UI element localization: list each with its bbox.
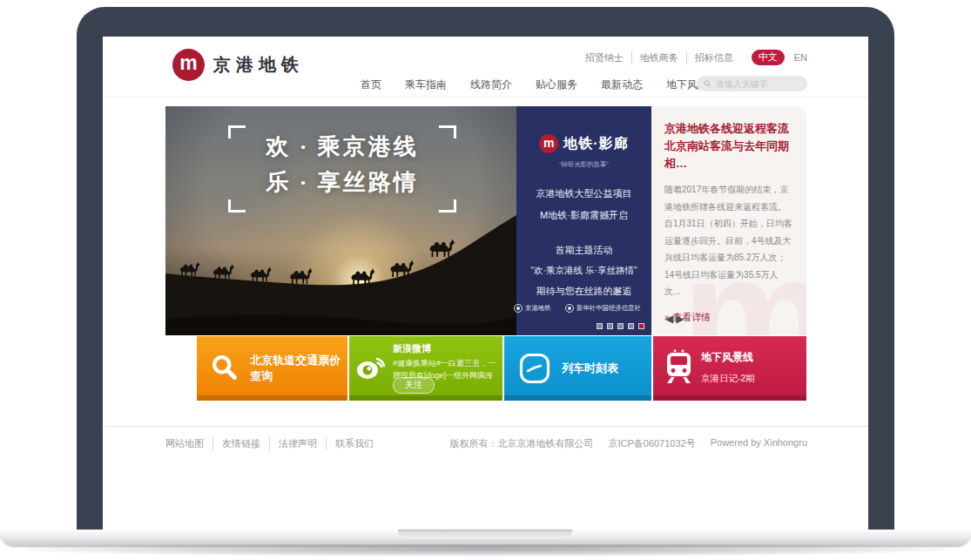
nav-ride-guide[interactable]: 乘车指南 (405, 78, 447, 92)
news-panel: m 京港地铁各线迎返程客流 北京南站客流与去年同期相… 随着2017年春节假期的… (651, 106, 806, 335)
news-nav-arrows: ◀▶ (665, 313, 686, 325)
metro-logo-icon: m (172, 49, 205, 81)
pager-dot[interactable] (597, 323, 603, 329)
footer-link-sitemap[interactable]: 网站地图 (165, 437, 212, 450)
gallery-line: 京港地铁大型公益项目 (516, 187, 651, 200)
nav-news[interactable]: 最新动态 (601, 78, 643, 92)
pager-dot[interactable] (617, 323, 624, 329)
fare-inquiry-tile[interactable]: 北京轨道交通票价查询 (197, 336, 347, 401)
footer-copyright: 版权所有：北京京港地铁有限公司 (449, 437, 593, 450)
sponsor-xinhua: 新华社中国经济信息社 (565, 302, 655, 314)
laptop-shadow (26, 544, 945, 557)
gallery-line: “欢·乘京港线 乐·享丝路情” (516, 265, 651, 277)
scenery-tile-title: 地下风景线 (701, 350, 755, 365)
footer-divider (103, 426, 868, 427)
site-footer: 网站地图 友情链接 法律声明 联系我们 版权所有：北京京港地铁有限公司 京ICP… (165, 437, 807, 450)
footer-link-friends[interactable]: 友情链接 (212, 437, 269, 450)
scenery-text-block: 地下风景线 京港日记-2期 (701, 350, 755, 385)
lang-toggle-en[interactable]: EN (794, 52, 807, 63)
footer-powered: Powered by Xinhongru (711, 437, 807, 450)
topbar-link-business[interactable]: 地铁商务 (631, 51, 686, 64)
fare-tile-label: 北京轨道交通票价查询 (250, 353, 347, 384)
footer-icp: 京ICP备06071032号 (608, 437, 695, 450)
nav-lines[interactable]: 线路简介 (470, 78, 512, 92)
footer-copyright-block: 版权所有：北京京港地铁有限公司 京ICP备06071032号 Powered b… (449, 437, 807, 450)
prev-arrow-icon[interactable]: ◀ (665, 313, 673, 325)
scenery-tile-subtitle: 京港日记-2期 (701, 373, 755, 385)
gallery-tagline: “聆听光影的故事” (529, 159, 639, 169)
pager-dot[interactable] (628, 323, 634, 329)
mtr-sponsor-icon (514, 304, 523, 313)
search-input[interactable] (716, 79, 800, 89)
clock-icon (519, 353, 550, 384)
sponsor-row: 京港地铁 新华社中国经济信息社 (516, 302, 651, 314)
metro-gallery-logo-icon: m (539, 134, 558, 153)
site-logo-text: 京港地铁 (213, 53, 304, 77)
hero-slide[interactable]: 欢 · 乘京港线 乐 · 享丝路情 (165, 106, 516, 335)
gallery-line: 期待与您在丝路的邂逅 (516, 285, 651, 298)
slide-pager (597, 323, 644, 329)
frame-corner (228, 199, 246, 213)
hero-caption-line2: 乐 · 享丝路情 (242, 165, 442, 200)
frame-corner (439, 125, 456, 138)
magnifier-icon (210, 351, 239, 386)
weibo-tile[interactable]: 新浪微博 #健康换乘站#一白遮三丑，一胖毁所有[doge]一组外网疯传的晨练动作… (349, 336, 502, 401)
search-box (697, 76, 807, 91)
footer-links: 网站地图 友情链接 法律声明 联系我们 (165, 437, 382, 450)
sponsor-mtr: 京港地铁 (514, 302, 556, 314)
lang-toggle-cn[interactable]: 中文 (752, 50, 785, 65)
gallery-line: 首期主题活动 (516, 244, 651, 257)
train-icon (663, 349, 696, 386)
pager-dot-active[interactable] (638, 323, 644, 329)
underground-scenery-tile[interactable]: 地下风景线 京港日记-2期 (653, 336, 806, 401)
search-icon[interactable] (704, 79, 711, 88)
laptop-mockup: m 京港地铁 招贤纳士 地铁商务 招标信息 中文 EN 首页 乘车指南 线路简介… (0, 0, 971, 560)
xinhua-sponsor-icon (565, 304, 574, 313)
nav-home[interactable]: 首页 (361, 78, 381, 92)
site-header: m 京港地铁 招贤纳士 地铁商务 招标信息 中文 EN 首页 乘车指南 线路简介… (103, 37, 868, 98)
footer-link-contact[interactable]: 联系我们 (326, 437, 382, 450)
news-body: 随着2017年春节假期的结束，京港地铁所辖各线迎来返程客流。自1月31日（初四）… (664, 181, 793, 300)
weibo-icon (354, 352, 389, 381)
hero-caption-line1: 欢 · 乘京港线 (242, 129, 442, 165)
banner: 欢 · 乘京港线 乐 · 享丝路情 m 地铁·影廊 “聆听光影的故事” 京港地铁… (165, 106, 806, 335)
nav-services[interactable]: 贴心服务 (536, 78, 577, 92)
weibo-title: 新浪微博 (393, 342, 498, 355)
laptop-bezel: m 京港地铁 招贤纳士 地铁商务 招标信息 中文 EN 首页 乘车指南 线路简介… (77, 7, 894, 531)
site-logo[interactable]: m 京港地铁 (172, 49, 304, 81)
laptop-base-notch (398, 530, 572, 539)
footer-link-legal[interactable]: 法律声明 (269, 437, 326, 450)
timetable-tile-label: 列车时刻表 (562, 361, 618, 376)
topbar-link-bidding[interactable]: 招标信息 (686, 51, 741, 64)
topbar: 招贤纳士 地铁商务 招标信息 中文 EN (577, 50, 807, 65)
next-arrow-icon[interactable]: ▶ (676, 313, 684, 325)
frame-corner (228, 125, 246, 138)
timetable-tile[interactable]: 列车时刻表 (504, 336, 651, 401)
gallery-panel[interactable]: m 地铁·影廊 “聆听光影的故事” 京港地铁大型公益项目 M地铁·影廊震撼开启 … (516, 106, 651, 335)
weibo-follow-button[interactable]: 关注 (393, 377, 435, 394)
quick-link-tiles: 北京轨道交通票价查询 新浪微博 #健康换乘站#一白遮三丑，一胖毁所有[doge]… (197, 336, 806, 401)
hero-caption: 欢 · 乘京港线 乐 · 享丝路情 (242, 129, 442, 206)
topbar-link-careers[interactable]: 招贤纳士 (577, 51, 631, 64)
frame-corner (439, 199, 456, 213)
gallery-brand: m 地铁·影廊 (516, 106, 651, 153)
news-title[interactable]: 京港地铁各线迎返程客流 北京南站客流与去年同期相… (664, 120, 793, 172)
pager-dot[interactable] (607, 323, 613, 329)
browser-screen: m 京港地铁 招贤纳士 地铁商务 招标信息 中文 EN 首页 乘车指南 线路简介… (103, 37, 868, 531)
gallery-line: M地铁·影廊震撼开启 (516, 209, 651, 222)
gallery-brand-text: 地铁·影廊 (563, 135, 628, 153)
